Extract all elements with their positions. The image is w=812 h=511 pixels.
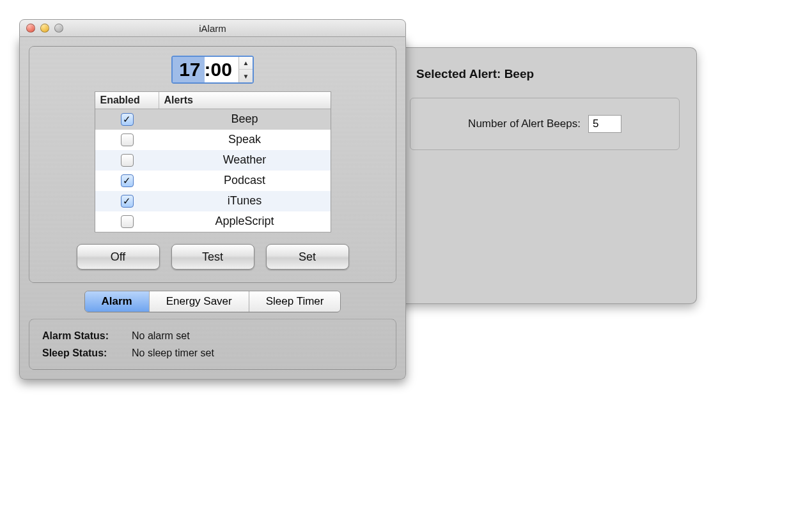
drawer-title-value: Beep [504,67,534,80]
alarm-panel: 17 :00 ▲ ▼ Enabled Alerts ✓BeepSpeakWeat… [29,46,396,283]
alert-enabled-checkbox[interactable]: ✓ [121,195,134,208]
window-title: iAlarm [26,23,399,34]
beeps-setting-box: Number of Alert Beeps: [410,98,680,150]
minimize-window-button[interactable] [40,24,49,33]
time-stepper: ▲ ▼ [238,57,253,82]
alert-row-speak[interactable]: Speak [95,130,331,150]
alert-enabled-cell [95,215,159,228]
beeps-count-label: Number of Alert Beeps: [468,118,581,130]
alert-row-applescript[interactable]: AppleScript [95,211,331,232]
alert-enabled-checkbox[interactable] [121,215,134,228]
alert-row-weather[interactable]: Weather [95,150,331,171]
column-header-alerts[interactable]: Alerts [159,92,331,109]
tab-alarm[interactable]: Alarm [85,291,150,312]
alert-row-beep[interactable]: ✓Beep [95,109,331,130]
alarm-status-label: Alarm Status: [42,327,132,344]
off-button[interactable]: Off [77,244,160,270]
view-tabs: AlarmEnergy SaverSleep Timer [29,291,396,312]
alarm-time-hours[interactable]: 17 [173,57,204,82]
alert-name-label: Weather [159,153,331,167]
test-button[interactable]: Test [171,244,254,270]
time-row: 17 :00 ▲ ▼ [38,56,387,84]
button-row: Off Test Set [38,244,387,270]
segmented-control: AlarmEnergy SaverSleep Timer [84,291,341,312]
alert-enabled-cell [95,133,159,146]
alert-row-itunes[interactable]: ✓iTunes [95,191,331,211]
zoom-window-button[interactable] [54,24,63,33]
status-panel: Alarm Status: No alarm set Sleep Status:… [29,319,396,370]
sleep-status-value: No sleep timer set [132,344,214,362]
sleep-status-row: Sleep Status: No sleep timer set [42,344,383,362]
alert-enabled-checkbox[interactable]: ✓ [121,174,134,187]
window-titlebar: iAlarm [19,19,406,37]
column-header-enabled[interactable]: Enabled [95,92,159,109]
tab-energy-saver[interactable]: Energy Saver [150,291,249,312]
ialarm-main-window: iAlarm 17 :00 ▲ ▼ Enabled Alerts ✓ [19,19,406,379]
drawer-title: Selected Alert: Beep [416,67,680,81]
alerts-table-body: ✓BeepSpeakWeather✓Podcast✓iTunesAppleScr… [95,109,331,232]
alerts-table-header: Enabled Alerts [95,92,331,109]
alarm-status-value: No alarm set [132,327,190,344]
alert-enabled-cell: ✓ [95,113,159,126]
alert-name-label: Beep [159,112,331,126]
alert-enabled-checkbox[interactable]: ✓ [121,113,134,126]
time-step-up-button[interactable]: ▲ [239,57,253,70]
beeps-count-input[interactable] [588,115,621,133]
traffic-lights [26,24,63,33]
sleep-status-label: Sleep Status: [42,344,132,362]
alert-row-podcast[interactable]: ✓Podcast [95,171,331,191]
alert-enabled-cell [95,154,159,167]
alert-name-label: iTunes [159,194,331,208]
alerts-table: Enabled Alerts ✓BeepSpeakWeather✓Podcast… [95,91,331,233]
close-window-button[interactable] [26,24,35,33]
alert-enabled-cell: ✓ [95,174,159,187]
drawer-title-prefix: Selected Alert: [416,67,504,80]
alarm-time-field[interactable]: 17 :00 ▲ ▼ [171,56,254,84]
alert-name-label: AppleScript [159,215,331,228]
alert-enabled-cell: ✓ [95,195,159,208]
alert-enabled-checkbox[interactable] [121,154,134,167]
time-step-down-button[interactable]: ▼ [239,70,253,82]
alarm-status-row: Alarm Status: No alarm set [42,327,383,344]
window-body: 17 :00 ▲ ▼ Enabled Alerts ✓BeepSpeakWeat… [19,37,406,379]
set-button[interactable]: Set [266,244,349,270]
alert-name-label: Speak [159,133,331,146]
alert-name-label: Podcast [159,174,331,187]
tab-sleep-timer[interactable]: Sleep Timer [249,291,341,312]
alarm-time-minutes[interactable]: :00 [205,57,238,82]
alert-settings-drawer: Selected Alert: Beep Number of Alert Bee… [393,47,697,304]
alert-enabled-checkbox[interactable] [121,133,134,146]
